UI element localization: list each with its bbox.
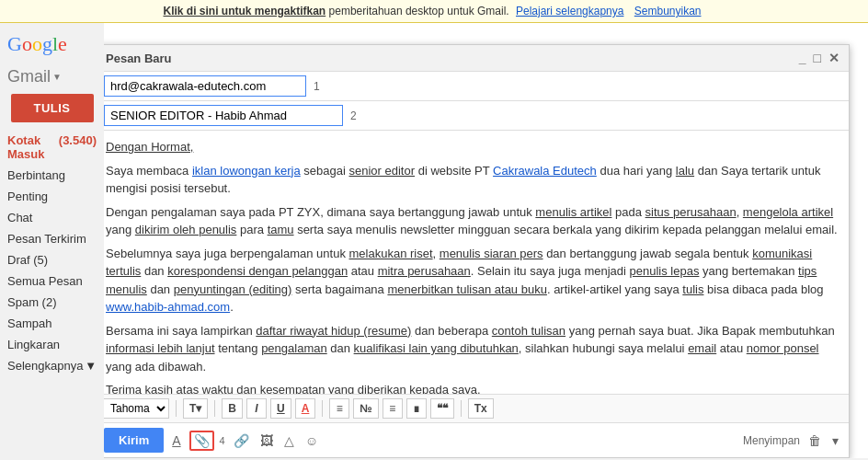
toolbar-separator-1 <box>214 400 215 417</box>
sidebar-item-drafts[interactable]: Draf (5) <box>0 249 104 270</box>
greeting: Dengan Hormat, <box>106 138 839 156</box>
font-size-button[interactable]: T▾ <box>183 398 208 419</box>
save-status-text: Menyimpan <box>743 434 800 447</box>
notification-text-bold: Klik di sini untuk mengaktifkan <box>164 5 326 17</box>
to-number: 1 <box>314 80 320 93</box>
compose-title: Pesan Baru <box>106 52 172 65</box>
subject-number: 2 <box>350 109 357 122</box>
close-button[interactable]: ✕ <box>828 51 839 65</box>
gmail-label: Gmail ▼ <box>0 63 104 94</box>
maximize-button[interactable]: □ <box>814 51 821 65</box>
insert-photo-icon[interactable]: 🖼 <box>257 431 276 451</box>
compose-bottom-toolbar: Kirim A 📎 4 🔗 🖼 △ ☺ Menyimpan 🗑 ▾ <box>104 422 849 457</box>
sidebar-item-trash[interactable]: Sampah <box>0 313 104 334</box>
sidebar-item-chat[interactable]: Chat <box>0 207 104 228</box>
cakrawala-link[interactable]: Cakrawala Edutech <box>493 164 597 178</box>
subject-input[interactable] <box>104 105 343 126</box>
send-button[interactable]: Kirim <box>104 428 164 453</box>
sidebar-item-spam[interactable]: Spam (2) <box>0 292 104 313</box>
font-family-select[interactable]: Tahoma <box>104 398 169 419</box>
compose-header-controls: _ □ ✕ <box>799 51 839 65</box>
compose-body[interactable]: Dengan Hormat, Saya membaca iklan lowong… <box>104 131 849 394</box>
para5: Terima kasih atas waktu dan kesempatan y… <box>106 381 839 394</box>
sidebar-item-all[interactable]: Semua Pesan <box>0 270 104 292</box>
insert-emoji-icon[interactable]: ☺ <box>303 431 321 451</box>
learn-more-link[interactable]: Pelajari selengkapnya <box>516 5 623 17</box>
to-input[interactable] <box>104 75 306 97</box>
sidebar: Google Gmail ▼ TULIS Kotak Masuk (3.540)… <box>0 23 104 458</box>
compose-subject-field: 2 <box>104 101 849 131</box>
content-area: Pesan Baru _ □ ✕ 1 2 Dengan Hormat, <box>104 23 868 458</box>
compose-toolbar: Tahoma T▾ B I U A ≡ № ≡ ∎ ❝❝ Tx <box>104 394 849 422</box>
more-options-button[interactable]: ▾ <box>829 431 841 451</box>
google-logo: Google <box>0 28 104 63</box>
ordered-list-button[interactable]: № <box>353 398 378 419</box>
text-color-button[interactable]: A <box>295 398 316 419</box>
blockquote-button[interactable]: ❝❝ <box>430 398 454 419</box>
notification-text-normal: pemberitahuan desktop untuk Gmail. <box>329 5 509 17</box>
blog-link[interactable]: www.habib-ahmad.com <box>106 300 230 314</box>
toolbar-separator-0 <box>176 400 177 417</box>
bold-button[interactable]: B <box>222 398 243 419</box>
sidebar-item-circles[interactable]: Lingkaran <box>0 334 104 355</box>
toolbar-separator-2 <box>322 400 323 417</box>
format-text-icon[interactable]: A <box>169 431 183 451</box>
sidebar-item-starred[interactable]: Berbintang <box>0 165 104 186</box>
unordered-list-button[interactable]: ≡ <box>383 398 403 419</box>
sidebar-item-inbox[interactable]: Kotak Masuk (3.540) <box>0 130 104 165</box>
compose-to-field: 1 <box>104 72 849 101</box>
compose-header: Pesan Baru _ □ ✕ <box>104 45 849 72</box>
align-left-button[interactable]: ≡ <box>329 398 349 419</box>
discard-button[interactable]: 🗑 <box>805 431 824 451</box>
iklan-link[interactable]: iklan lowongan kerja <box>192 164 301 178</box>
indent-button[interactable]: ∎ <box>406 398 427 419</box>
compose-button[interactable]: TULIS <box>11 94 94 122</box>
para1: Saya membaca iklan lowongan kerja sebaga… <box>106 162 839 198</box>
italic-button[interactable]: I <box>246 398 267 419</box>
minimize-button[interactable]: _ <box>799 51 806 65</box>
insert-link-icon[interactable]: 🔗 <box>231 431 252 451</box>
para2: Dengan pengalaman saya pada PT ZYX, dima… <box>106 203 839 239</box>
para3: Sebelumnya saya juga berpengalaman untuk… <box>106 245 839 316</box>
sidebar-item-more[interactable]: Selengkapnya▼ <box>0 355 104 376</box>
compose-modal: Pesan Baru _ □ ✕ 1 2 Dengan Hormat, <box>104 44 850 458</box>
notification-bar: Klik di sini untuk mengaktifkan pemberit… <box>0 0 868 23</box>
toolbar-separator-3 <box>461 400 462 417</box>
sidebar-item-important[interactable]: Penting <box>0 186 104 207</box>
para4: Bersama ini saya lampirkan daftar riwaya… <box>106 322 839 376</box>
attach-file-icon[interactable]: 📎 <box>189 431 214 451</box>
underline-button[interactable]: U <box>270 398 291 419</box>
attach-number: 4 <box>220 435 225 446</box>
sidebar-item-sent[interactable]: Pesan Terkirim <box>0 228 104 249</box>
insert-drive-icon[interactable]: △ <box>281 431 297 451</box>
remove-format-button[interactable]: Tx <box>468 398 494 419</box>
hide-link[interactable]: Sembunyikan <box>634 5 702 17</box>
